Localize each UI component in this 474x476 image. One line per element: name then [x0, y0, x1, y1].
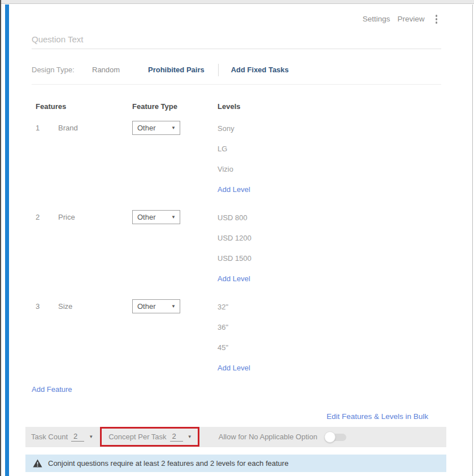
- level-item: USD 1500: [218, 248, 472, 269]
- chevron-down-icon: ▼: [171, 215, 176, 220]
- add-level-link[interactable]: Add Level: [218, 185, 250, 194]
- level-item: USD 1200: [218, 228, 472, 248]
- task-count-dropdown[interactable]: Task Count 2 ▼: [31, 432, 93, 442]
- card-header: Settings Preview: [9, 5, 472, 25]
- chevron-down-icon: ▼: [188, 434, 192, 439]
- question-text-input[interactable]: [32, 33, 441, 49]
- feature-name: Size: [58, 297, 132, 378]
- level-item: 36": [218, 317, 472, 338]
- divider: [32, 84, 441, 85]
- warning-triangle-icon: [33, 459, 42, 468]
- feature-index: 1: [36, 119, 58, 200]
- concept-per-task-dropdown-highlighted[interactable]: Concept Per Task 2 ▼: [100, 427, 199, 447]
- feature-type-column-header: Feature Type: [132, 102, 218, 111]
- task-count-value: 2: [71, 432, 84, 442]
- toggle-knob: [324, 431, 336, 443]
- feature-type-value: Other: [137, 213, 156, 221]
- level-item: Sony: [218, 119, 472, 139]
- add-fixed-tasks-link[interactable]: Add Fixed Tasks: [231, 65, 289, 74]
- feature-type-value: Other: [137, 302, 156, 311]
- concept-per-task-label: Concept Per Task: [108, 433, 166, 441]
- question-accent-stripe: [5, 5, 9, 476]
- level-item: Vizio: [218, 159, 472, 180]
- kebab-menu-icon[interactable]: [434, 14, 439, 25]
- design-type-row: Design Type: Random Prohibited Pairs Add…: [32, 64, 472, 76]
- chevron-down-icon: ▼: [171, 304, 176, 309]
- conjoint-requirement-notice: Conjoint questions require at least 2 fe…: [25, 455, 446, 472]
- features-table-header: Features Feature Type Levels: [36, 102, 472, 111]
- design-type-value: Random: [92, 65, 148, 74]
- divider: [218, 64, 219, 76]
- add-level-link[interactable]: Add Level: [218, 364, 250, 372]
- feature-row: 2 Price Other ▼ USD 800 USD 1200 USD 150…: [36, 208, 472, 289]
- feature-name: Brand: [58, 119, 132, 200]
- task-count-label: Task Count: [31, 433, 68, 441]
- level-item: 32": [218, 297, 472, 317]
- no-applicable-toggle[interactable]: [324, 431, 347, 443]
- feature-index: 3: [36, 297, 58, 378]
- level-item: USD 800: [218, 208, 472, 228]
- conjoint-question-panel: Settings Preview Design Type: Random Pro…: [0, 0, 474, 476]
- add-feature-link[interactable]: Add Feature: [32, 385, 72, 394]
- notice-text: Conjoint questions require at least 2 fe…: [48, 459, 289, 468]
- feature-type-select[interactable]: Other ▼: [132, 121, 180, 135]
- feature-row: 1 Brand Other ▼ Sony LG Vizio Add Level: [36, 119, 472, 200]
- question-text-wrap: [32, 33, 472, 49]
- prohibited-pairs-link[interactable]: Prohibited Pairs: [148, 65, 205, 74]
- bulk-edit-link[interactable]: Edit Features & Levels in Bulk: [327, 412, 428, 421]
- chevron-down-icon: ▼: [171, 125, 176, 130]
- feature-name: Price: [58, 208, 132, 289]
- conjoint-controls-bar: Task Count 2 ▼ Concept Per Task 2 ▼ Allo…: [25, 427, 446, 447]
- feature-type-select[interactable]: Other ▼: [132, 210, 180, 224]
- no-applicable-label: Allow for No Applicable Option: [219, 433, 318, 441]
- level-item: LG: [218, 139, 472, 159]
- concept-per-task-value: 2: [170, 432, 183, 442]
- level-item: 45": [218, 338, 472, 358]
- feature-index: 2: [36, 208, 58, 289]
- levels-column-header: Levels: [218, 102, 472, 111]
- feature-row: 3 Size Other ▼ 32" 36" 45" Add Level: [36, 297, 472, 378]
- question-card: Settings Preview Design Type: Random Pro…: [9, 5, 473, 476]
- add-level-link[interactable]: Add Level: [218, 274, 250, 283]
- design-type-label: Design Type:: [32, 65, 92, 74]
- top-strip: [1, 0, 474, 4]
- features-column-header: Features: [36, 102, 132, 111]
- chevron-down-icon: ▼: [89, 434, 93, 439]
- feature-type-select[interactable]: Other ▼: [132, 299, 180, 313]
- settings-link[interactable]: Settings: [363, 15, 390, 23]
- preview-link[interactable]: Preview: [397, 15, 424, 23]
- feature-type-value: Other: [137, 124, 156, 132]
- window-edge: [0, 0, 1, 476]
